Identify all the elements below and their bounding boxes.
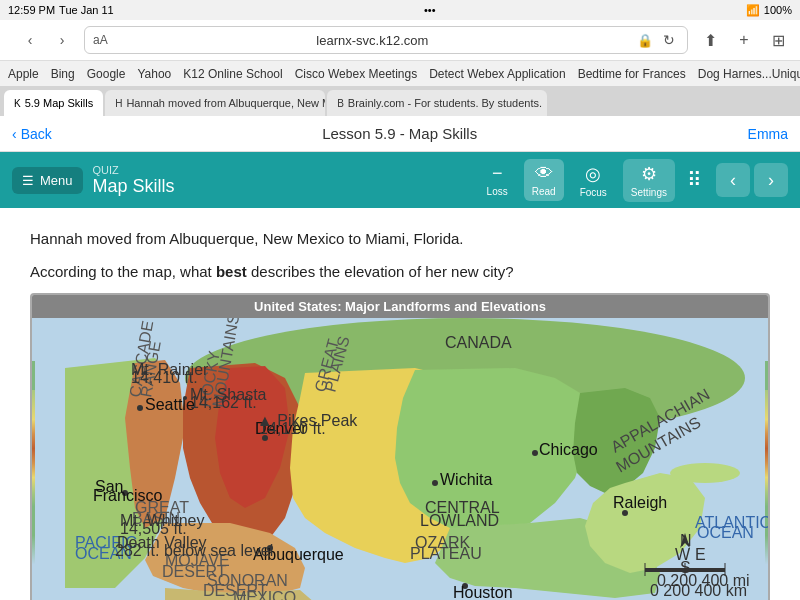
browser-dots: ••• (424, 4, 436, 16)
settings-label: Settings (631, 187, 667, 198)
app-back-button[interactable]: ‹ Back (12, 126, 52, 142)
map-title-bar: United States: Major Landforms and Eleva… (32, 295, 768, 318)
bookmark-bedtime[interactable]: Bedtime for Frances (578, 67, 686, 81)
tab-label-1: Hannah moved from Albuquerque, New Mexic… (126, 97, 325, 109)
svg-text:14,162 ft.: 14,162 ft. (190, 394, 257, 411)
dots-button[interactable]: ⠿ (683, 164, 706, 196)
quiz-title-text: Map Skills (93, 176, 469, 197)
question-suffix: describes the elevation of her new city? (247, 263, 514, 280)
share-button[interactable]: ⬆ (696, 26, 724, 54)
tab-favicon-2: B (337, 98, 344, 109)
loss-label: Loss (487, 186, 508, 197)
focus-label: Focus (580, 187, 607, 198)
content-area: Hannah moved from Albuquerque, New Mexic… (0, 208, 800, 600)
quiz-label: QUIZ (93, 164, 469, 176)
bookmark-k12[interactable]: K12 Online School (183, 67, 282, 81)
loss-button[interactable]: − Loss (479, 159, 516, 201)
nav-arrows: ‹ › (716, 163, 788, 197)
tabs-bar: K 5.9 Map Skills H Hannah moved from Alb… (0, 86, 800, 116)
svg-text:282 ft. below sea level: 282 ft. below sea level (115, 542, 273, 559)
read-button[interactable]: 👁 Read (524, 159, 564, 201)
sentence1: Hannah moved from Albuquerque, New Mexic… (30, 228, 770, 251)
grid-button[interactable]: ⊞ (764, 26, 792, 54)
toolbar-tools: − Loss 👁 Read ◎ Focus ⚙ Settings ⠿ (479, 159, 706, 202)
tab-label-0: 5.9 Map Skills (25, 97, 93, 109)
svg-point-73 (143, 371, 147, 375)
map-svg: 0 200 400 mi 0 200 400 km N W E S Seattl… (32, 318, 768, 600)
menu-button[interactable]: ☰ Menu (12, 167, 83, 194)
svg-text:Raleigh: Raleigh (613, 494, 667, 511)
read-icon: 👁 (535, 163, 553, 184)
bookmarks-bar: Apple Bing Google Yahoo K12 Online Schoo… (0, 60, 800, 86)
svg-text:PLATEAU: PLATEAU (410, 545, 482, 562)
svg-text:CANADA: CANADA (445, 334, 512, 351)
quiz-toolbar: ☰ Menu QUIZ Map Skills − Loss 👁 Read ◎ F… (0, 152, 800, 208)
address-bar[interactable]: aA learnx-svc.k12.com 🔒 ↻ (84, 26, 688, 54)
svg-text:OCEAN: OCEAN (697, 524, 754, 541)
svg-point-34 (532, 450, 538, 456)
map-container: United States: Major Landforms and Eleva… (30, 293, 770, 600)
menu-label: Menu (40, 173, 73, 188)
wifi-icon: 📶 (746, 4, 760, 17)
svg-text:LOWLAND: LOWLAND (420, 512, 499, 529)
svg-text:S: S (680, 559, 691, 576)
tab-brainly[interactable]: B Brainly.com - For students. By student… (327, 90, 547, 116)
svg-text:MEXICO: MEXICO (233, 589, 296, 600)
tab-hannah[interactable]: H Hannah moved from Albuquerque, New Mex… (105, 90, 325, 116)
lesson-title: Lesson 5.9 - Map Skills (60, 125, 740, 142)
svg-text:14,410 ft.: 14,410 ft. (131, 369, 198, 386)
map-image: 0 200 400 mi 0 200 400 km N W E S Seattl… (32, 318, 768, 600)
svg-text:14,110 ft.: 14,110 ft. (259, 420, 326, 437)
tab-favicon-0: K (14, 98, 21, 109)
svg-point-18 (670, 463, 740, 483)
loss-icon: − (492, 163, 503, 184)
battery-display: 100% (764, 4, 792, 16)
forward-button[interactable]: › (48, 26, 76, 54)
url-display: learnx-svc.k12.com (114, 33, 631, 48)
tab-map-skills[interactable]: K 5.9 Map Skills (4, 90, 103, 116)
settings-button[interactable]: ⚙ Settings (623, 159, 675, 202)
svg-text:0  200  400 km: 0 200 400 km (650, 582, 747, 599)
nav-bar: ‹ › aA learnx-svc.k12.com 🔒 ↻ ⬆ + ⊞ (0, 20, 800, 60)
font-size-label: aA (93, 33, 108, 47)
focus-icon: ◎ (585, 163, 601, 185)
svg-text:Chicago: Chicago (539, 441, 598, 458)
status-bar: 12:59 PM Tue Jan 11 ••• 📶 100% (0, 0, 800, 20)
date-display: Tue Jan 11 (59, 4, 114, 16)
bookmark-dog-harness[interactable]: Dog Harnes...Unique Shop (698, 67, 800, 81)
hamburger-icon: ☰ (22, 173, 34, 188)
nav-buttons: ‹ › (16, 26, 76, 54)
new-tab-button[interactable]: + (730, 26, 758, 54)
toolbar-right: ⬆ + ⊞ (696, 26, 792, 54)
back-label: Back (21, 126, 52, 142)
quiz-title-block: QUIZ Map Skills (93, 164, 469, 197)
read-label: Read (532, 186, 556, 197)
settings-gear-icon: ⚙ (641, 163, 657, 185)
user-name: Emma (748, 126, 788, 142)
svg-point-76 (183, 396, 187, 400)
svg-point-39 (432, 480, 438, 486)
question-bold: best (216, 263, 247, 280)
question-prefix: According to the map, what (30, 263, 216, 280)
bookmark-webex-meetings[interactable]: Cisco Webex Meetings (295, 67, 418, 81)
svg-text:Wichita: Wichita (440, 471, 493, 488)
focus-button[interactable]: ◎ Focus (572, 159, 615, 202)
bookmark-google[interactable]: Google (87, 67, 126, 81)
time-display: 12:59 PM (8, 4, 55, 16)
next-button[interactable]: › (754, 163, 788, 197)
tab-favicon-1: H (115, 98, 122, 109)
refresh-button[interactable]: ↻ (659, 30, 679, 50)
question-text: According to the map, what best describe… (30, 261, 770, 284)
app-nav: ‹ Back Lesson 5.9 - Map Skills Emma (0, 116, 800, 152)
svg-text:E: E (695, 546, 706, 563)
lock-icon: 🔒 (637, 33, 653, 48)
bookmark-detect-webex[interactable]: Detect Webex Application (429, 67, 566, 81)
svg-point-30 (137, 405, 143, 411)
bookmark-yahoo[interactable]: Yahoo (137, 67, 171, 81)
bookmark-apple[interactable]: Apple (8, 67, 39, 81)
prev-button[interactable]: ‹ (716, 163, 750, 197)
tab-label-2: Brainly.com - For students. By students. (348, 97, 542, 109)
back-button[interactable]: ‹ (16, 26, 44, 54)
bookmark-bing[interactable]: Bing (51, 67, 75, 81)
svg-text:Houston: Houston (453, 584, 513, 600)
